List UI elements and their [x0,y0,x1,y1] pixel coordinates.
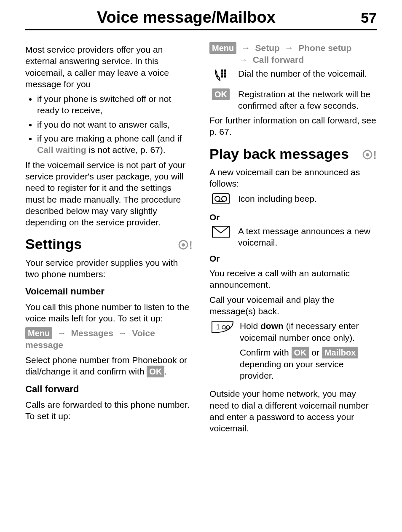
settings-heading: Settings ⦿! [25,235,193,253]
voicemail-number-subheading: Voicemail number [25,286,193,298]
title-bar: Voice message/Mailbox 57 [25,8,377,30]
registration-paragraph: If the voicemail service is not part of … [25,159,193,228]
voicemail-number-paragraph: You call this phone number to listen to … [25,301,193,324]
left-column: Most service providers offer you an exte… [25,40,193,438]
ok-key: OK [292,347,309,358]
svg-point-8 [222,196,227,201]
nav-phone-setup: Phone setup [298,43,351,53]
icon-beep-text: Icon including beep. [238,193,377,204]
text: depending on your service provider. [240,359,343,380]
step-ok: OK Registration at the network will be c… [209,88,377,112]
svg-rect-3 [224,72,226,75]
svg-point-7 [215,196,220,201]
menu-key: Menu [209,42,236,54]
nav-arrow-icon: → [282,43,296,53]
message-icon [209,225,232,241]
svg-point-12 [222,326,225,329]
voicemail-setup-paragraph: Select phone number from Phonebook or di… [25,354,193,377]
outside-network-paragraph: Outside your home network, you may need … [209,388,377,434]
hold-down-block: Hold down (if necessary enter voicemail … [240,320,377,385]
or-label: Or [209,211,377,223]
step-dial: Dial the number of the voicemail. [209,68,377,86]
announce-icon-beep: Icon including beep. [209,193,377,207]
ok-key: OK [147,366,164,377]
registration-text: Registration at the network will be conf… [238,88,377,112]
nav-arrow-icon: → [55,328,69,338]
svg-rect-1 [224,70,226,72]
list-item: if you are making a phone call (and if C… [37,133,193,156]
text: Hold [240,321,260,331]
svg-point-13 [226,326,230,329]
svg-rect-4 [221,75,223,78]
nav-path-voice-message: Menu → Messages → Voice message [25,327,193,350]
announce-sms: A text message announces a new voicemail… [209,225,377,249]
call-forward-paragraph: Calls are forwarded to this phone number… [25,399,193,422]
playback-intro: A new voicemail can be announced as foll… [209,166,377,190]
voicemail-icon [209,193,232,207]
text: if you are making a phone call (and if [37,134,182,143]
key-1-voicemail-icon: 1 [209,320,234,337]
settings-intro: Your service provider supplies you with … [25,257,193,280]
playback-heading: Play back messages ⦿! [209,144,377,163]
condition-list: if your phone is switched off or not rea… [25,93,193,155]
nav-path-call-forward: Menu → Setup → Phone setup → Call forwar… [209,42,377,65]
svg-rect-5 [224,75,226,78]
text: . [164,366,167,376]
heading-text: Settings [25,235,82,253]
page-number: 57 [347,10,377,26]
text: or [309,348,322,357]
hold-down-bold: down [260,321,284,331]
nav-arrow-icon: → [116,328,130,338]
nav-arrow-icon: → [239,55,250,64]
call-forward-subheading: Call forward [25,383,193,396]
text: is not active, p. 67). [86,145,166,155]
dial-text: Dial the number of the voicemail. [238,68,377,79]
sim-dependency-icon: ⦿! [178,238,193,253]
right-column: Menu → Setup → Phone setup → Call forwar… [209,40,377,438]
nav-setup: Setup [255,43,280,53]
svg-rect-2 [221,72,223,75]
ok-key-icon: OK [209,88,232,100]
call-voicemail-paragraph: Call your voicemail and play the message… [209,294,377,317]
menu-key: Menu [25,327,52,339]
list-item: if you do not want to answer calls, [37,119,193,130]
svg-rect-0 [221,70,223,72]
sim-dependency-icon: ⦿! [362,148,377,163]
page-title: Voice message/Mailbox [25,8,347,27]
auto-announcement-paragraph: You receive a call with an automatic ann… [209,267,377,291]
text: Confirm with [240,348,292,357]
mailbox-key: Mailbox [322,347,358,358]
heading-text: Play back messages [209,144,349,163]
nav-arrow-icon: → [239,43,253,53]
nav-messages: Messages [71,328,113,338]
call-waiting-emph: Call waiting [37,145,86,155]
intro-paragraph: Most service providers offer you an exte… [25,44,193,90]
further-info-paragraph: For further information on call forward,… [209,115,377,138]
or-label: Or [209,253,377,264]
sms-text: A text message announces a new voicemail… [238,225,377,249]
step-hold-1: 1 Hold down (if necessary enter voicemai… [209,320,377,385]
list-item: if your phone is switched off or not rea… [37,93,193,116]
svg-text:1: 1 [216,323,220,331]
nav-call-forward: Call forward [253,55,304,64]
ok-key: OK [212,88,230,100]
keypad-icon [209,68,232,86]
